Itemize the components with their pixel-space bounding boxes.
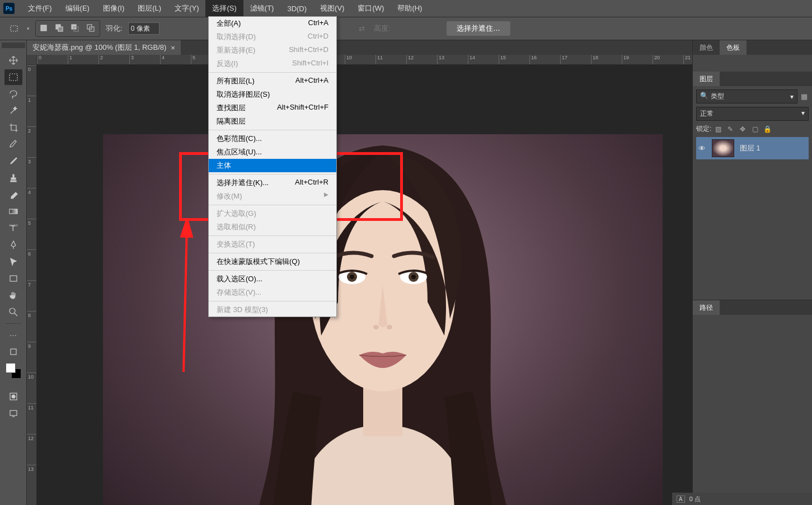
menu-item-全部A[interactable]: 全部(A)Ctrl+A <box>209 17 336 30</box>
menu-item-隔离图层[interactable]: 隔离图层 <box>209 115 336 128</box>
chevron-down-icon[interactable]: ▾ <box>27 26 30 31</box>
rectangle-tool[interactable] <box>4 271 22 286</box>
brush-tool[interactable] <box>4 153 22 169</box>
right-panels: 颜色 色板 图层 🔍类型 ▾ ▦ 正常 ▾ 锁定: <box>692 40 812 505</box>
type-tool[interactable]: T <box>4 220 22 236</box>
menu-window[interactable]: 窗口(W) <box>351 0 391 17</box>
chevron-down-icon: ▾ <box>801 109 805 119</box>
menu-item-所有图层L[interactable]: 所有图层(L)Alt+Ctrl+A <box>209 74 336 88</box>
layer-filter-dropdown[interactable]: 🔍类型 ▾ <box>696 89 797 103</box>
tab-layers[interactable]: 图层 <box>693 72 720 86</box>
extra-tool-icon[interactable] <box>4 344 22 360</box>
ruler-tick: 11 <box>27 403 36 434</box>
ruler-horizontal[interactable]: 0123456789101112131415161718192021 <box>37 55 692 65</box>
menu-3d[interactable]: 3D(D) <box>280 1 313 16</box>
hand-tool[interactable] <box>4 287 22 303</box>
lock-position-icon[interactable]: ✥ <box>738 125 747 134</box>
menu-item-在快速蒙版模式下编辑Q[interactable]: 在快速蒙版模式下编辑(Q) <box>209 255 336 268</box>
zoom-tool[interactable] <box>4 304 22 320</box>
stamp-tool[interactable] <box>4 170 22 186</box>
gradient-tool[interactable] <box>4 204 22 219</box>
menu-separator <box>209 130 336 130</box>
menu-select[interactable]: 选择(S) <box>205 0 243 17</box>
eraser-tool[interactable] <box>4 187 22 202</box>
document-tab[interactable]: 安妮海瑟薇.png @ 100% (图层 1, RGB/8) × <box>27 40 181 55</box>
submenu-arrow-icon: ▶ <box>324 191 328 201</box>
menu-item-焦点区域U[interactable]: 焦点区域(U)... <box>209 145 336 159</box>
ruler-tick: 7 <box>27 280 36 311</box>
menu-item-label: 新建 3D 模型(3) <box>217 305 268 315</box>
menu-item-载入选区O[interactable]: 载入选区(O)... <box>209 272 336 286</box>
blend-mode-select[interactable]: 正常 ▾ <box>696 107 809 121</box>
menu-image[interactable]: 图像(I) <box>96 0 131 17</box>
menu-help[interactable]: 帮助(H) <box>391 0 429 17</box>
menu-view[interactable]: 视图(V) <box>313 0 351 17</box>
menu-edit[interactable]: 编辑(E) <box>59 0 96 17</box>
ruler-corner <box>27 55 37 65</box>
menu-item-选择并遮住K[interactable]: 选择并遮住(K)...Alt+Ctrl+R <box>209 176 336 190</box>
menu-item-存储选区V: 存储选区(V)... <box>209 286 336 299</box>
screenmode-tool[interactable] <box>4 405 22 421</box>
menu-item-主体[interactable]: 主体 <box>209 159 336 172</box>
select-and-mask-button[interactable]: 选择并遮住… <box>447 21 510 36</box>
canvas-viewport[interactable] <box>37 65 692 505</box>
marquee-tool[interactable] <box>4 69 22 85</box>
quickmask-tool[interactable] <box>4 389 22 404</box>
swap-wh-icon: ⇄ <box>355 22 368 35</box>
ruler-tick: 10 <box>27 372 36 403</box>
eyedropper-tool[interactable] <box>4 136 22 152</box>
edit-toolbar-icon[interactable]: ⋯ <box>4 327 22 343</box>
lock-pixels-icon[interactable]: ▨ <box>714 125 722 134</box>
layer-item[interactable]: 👁 图层 1 <box>696 137 809 159</box>
menu-item-取消选择图层S[interactable]: 取消选择图层(S) <box>209 88 336 101</box>
ruler-tick: 1 <box>68 55 98 64</box>
menu-item-修改M: 修改(M)▶ <box>209 190 336 203</box>
feather-input[interactable] <box>128 22 159 35</box>
menu-item-shortcut: Shift+Ctrl+D <box>289 45 328 55</box>
layer-name[interactable]: 图层 1 <box>740 143 761 153</box>
magic-wand-tool[interactable] <box>4 103 22 119</box>
lasso-tool[interactable] <box>4 86 22 102</box>
ruler-tick: 5 <box>27 219 36 249</box>
subtract-selection-icon[interactable] <box>68 22 83 35</box>
crop-tool[interactable] <box>4 120 22 135</box>
add-selection-icon[interactable] <box>53 22 67 35</box>
close-tab-icon[interactable]: × <box>171 44 175 52</box>
svg-point-26 <box>373 325 379 329</box>
new-selection-icon[interactable] <box>37 22 51 35</box>
filter-image-icon[interactable]: ▦ <box>800 92 809 101</box>
color-swatch[interactable] <box>6 363 21 379</box>
ruler-tick: 3 <box>27 157 36 188</box>
tab-swatches[interactable]: 色板 <box>720 40 747 55</box>
pen-tool[interactable] <box>4 237 22 253</box>
menu-filter[interactable]: 滤镜(T) <box>243 0 281 17</box>
menubar: Ps 文件(F) 编辑(E) 图像(I) 图层(L) 文字(Y) 选择(S) 滤… <box>0 0 812 17</box>
menu-item-查找图层[interactable]: 查找图层Alt+Shift+Ctrl+F <box>209 101 336 115</box>
path-select-tool[interactable] <box>4 254 22 270</box>
menu-layer[interactable]: 图层(L) <box>131 0 168 17</box>
menu-item-色彩范围C[interactable]: 色彩范围(C)... <box>209 132 336 145</box>
visibility-icon[interactable]: 👁 <box>698 144 706 153</box>
tool-preset-icon[interactable] <box>8 22 21 35</box>
foreground-color[interactable] <box>6 363 16 373</box>
menu-item-label: 载入选区(O)... <box>217 274 262 284</box>
lock-artboard-icon[interactable]: ▢ <box>750 125 759 134</box>
ruler-vertical[interactable]: 012345678910111213 <box>27 65 37 505</box>
layer-thumbnail[interactable] <box>712 139 734 157</box>
menu-separator <box>209 235 336 236</box>
menu-type[interactable]: 文字(Y) <box>168 0 205 17</box>
menu-file[interactable]: 文件(F) <box>21 0 59 17</box>
character-icon[interactable]: A <box>677 495 685 503</box>
menu-item-shortcut: Alt+Shift+Ctrl+F <box>277 103 328 113</box>
ruler-tick: 20 <box>653 55 683 64</box>
tab-color[interactable]: 颜色 <box>693 40 720 55</box>
ruler-tick: 13 <box>437 55 468 64</box>
intersect-selection-icon[interactable] <box>84 22 98 35</box>
move-tool[interactable] <box>4 53 22 68</box>
menu-item-label: 扩大选取(G) <box>217 209 256 219</box>
svg-point-27 <box>387 325 392 329</box>
lock-brush-icon[interactable]: ✎ <box>726 125 735 134</box>
lock-all-icon[interactable]: 🔒 <box>763 125 772 134</box>
canvas-document[interactable] <box>103 134 663 505</box>
tab-paths[interactable]: 路径 <box>693 300 720 315</box>
